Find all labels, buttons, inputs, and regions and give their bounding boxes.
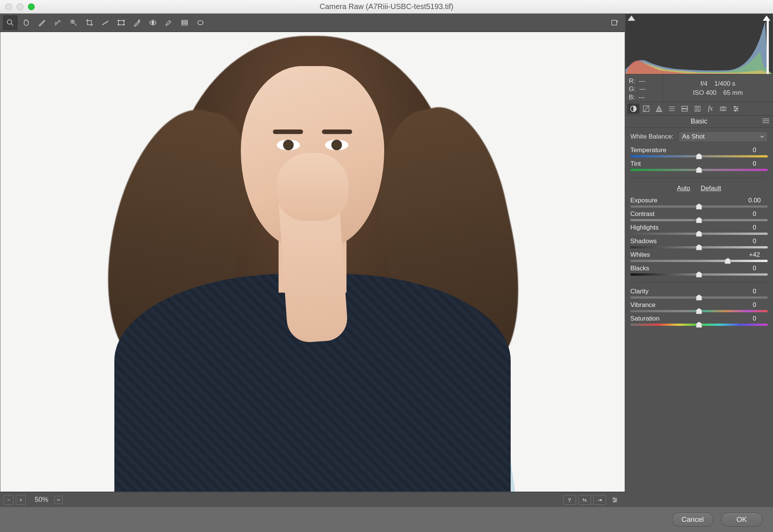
panel-title: Basic [691, 117, 707, 125]
minimize-window-button[interactable] [17, 3, 23, 10]
exposure-value[interactable]: 0.00 [741, 197, 768, 204]
maximize-thumbnails-button[interactable]: + [16, 495, 26, 505]
contrast-slider[interactable]: Contrast0 [630, 210, 768, 221]
close-window-button[interactable] [5, 3, 12, 10]
saturation-slider[interactable]: Saturation0 [630, 315, 768, 326]
shadows-slider[interactable]: Shadows0 [630, 237, 768, 248]
zoom-dropdown[interactable] [54, 496, 63, 504]
spot-removal-tool[interactable] [130, 15, 144, 30]
tab-tone-curve[interactable] [640, 103, 652, 114]
b-value: --- [639, 94, 645, 101]
contrast-value[interactable]: 0 [741, 210, 768, 218]
highlights-value[interactable]: 0 [741, 224, 768, 231]
tint-thumb[interactable] [696, 167, 702, 173]
adjustment-brush-tool[interactable] [162, 15, 176, 30]
temperature-value[interactable]: 0 [741, 146, 768, 154]
preview-column: − + 50% Y ⇆ ⇥ [0, 14, 625, 507]
vibrance-value[interactable]: 0 [741, 301, 768, 309]
basic-panel: White Balance: As Shot Temperature0 Tint… [625, 128, 773, 507]
color-sampler-tool[interactable] [51, 15, 65, 30]
exposure-slider[interactable]: Exposure0.00 [630, 197, 768, 208]
whites-value[interactable]: +42 [741, 251, 768, 259]
highlights-slider[interactable]: Highlights0 [630, 224, 768, 235]
radial-filter-tool[interactable] [193, 15, 208, 30]
svg-rect-33 [695, 106, 697, 111]
temperature-thumb[interactable] [696, 153, 702, 159]
tab-basic[interactable] [627, 103, 639, 114]
exposure-label: Exposure [630, 197, 658, 204]
whites-thumb[interactable] [725, 258, 731, 264]
exif-meta: f/41/400 s ISO 40065 mm [663, 75, 773, 102]
crop-tool[interactable] [82, 15, 97, 30]
shadows-value[interactable]: 0 [741, 237, 768, 245]
svg-rect-25 [767, 19, 769, 74]
rgb-readout: R: --- G: --- B: --- [625, 75, 663, 102]
svg-point-0 [7, 20, 12, 24]
svg-point-40 [734, 106, 735, 107]
vibrance-thumb[interactable] [696, 308, 702, 314]
ok-button[interactable]: OK [721, 512, 762, 527]
auto-button[interactable]: Auto [677, 185, 690, 192]
vibrance-slider[interactable]: Vibrance0 [630, 301, 768, 312]
blacks-slider[interactable]: Blacks0 [630, 265, 768, 276]
tint-slider[interactable]: Tint0 [630, 160, 768, 171]
preview-mode-swap-button[interactable]: ⇆ [578, 495, 591, 505]
g-label: G: [629, 85, 636, 93]
exposure-thumb[interactable] [696, 204, 702, 210]
panel-menu-button[interactable] [762, 119, 769, 123]
focal-length-value: 65 mm [723, 89, 743, 97]
svg-point-22 [613, 497, 614, 498]
shutter-value: 1/400 s [714, 80, 736, 88]
white-balance-dropdown[interactable]: As Shot [679, 131, 768, 142]
hand-tool[interactable] [19, 15, 33, 30]
red-eye-tool[interactable] [146, 15, 160, 30]
tab-calibration[interactable] [717, 103, 729, 114]
aperture-value: f/4 [701, 80, 708, 88]
tab-split-toning[interactable] [679, 103, 691, 114]
highlights-thumb[interactable] [696, 231, 702, 237]
whites-label: Whites [630, 251, 650, 259]
white-balance-tool[interactable] [35, 15, 49, 30]
contrast-thumb[interactable] [696, 217, 702, 223]
clarity-thumb[interactable] [696, 295, 702, 301]
preview-preferences-button[interactable] [608, 495, 621, 505]
svg-line-1 [11, 23, 14, 26]
tab-lens-corrections[interactable] [691, 103, 704, 114]
zoom-tool[interactable] [3, 15, 17, 30]
tint-value[interactable]: 0 [741, 160, 768, 168]
g-value: --- [639, 85, 645, 93]
cancel-button[interactable]: Cancel [672, 512, 713, 527]
r-label: R: [629, 77, 635, 85]
straighten-tool[interactable] [98, 15, 112, 30]
preview-mode-copy-button[interactable]: ⇥ [593, 495, 606, 505]
preferences-button[interactable] [608, 15, 622, 30]
histogram[interactable] [625, 14, 773, 74]
svg-point-42 [735, 110, 736, 111]
blacks-value[interactable]: 0 [741, 265, 768, 272]
tab-detail[interactable] [653, 103, 665, 114]
transform-tool[interactable] [114, 15, 128, 30]
clarity-value[interactable]: 0 [741, 288, 768, 295]
blacks-thumb[interactable] [696, 271, 702, 278]
svg-point-3 [72, 21, 73, 22]
graduated-filter-tool[interactable] [177, 15, 192, 30]
minimize-thumbnails-button[interactable]: − [4, 495, 14, 505]
preview-mode-cycle-button[interactable]: Y [563, 495, 576, 505]
iso-value: ISO 400 [693, 89, 716, 97]
r-value: --- [639, 77, 645, 85]
shadows-thumb[interactable] [696, 244, 702, 250]
saturation-value[interactable]: 0 [741, 315, 768, 322]
tool-toolbar [0, 14, 625, 32]
tab-effects[interactable]: fx [704, 103, 716, 114]
targeted-adjustment-tool[interactable] [66, 15, 81, 30]
default-button[interactable]: Default [701, 185, 721, 192]
saturation-thumb[interactable] [696, 322, 702, 328]
tab-presets[interactable] [730, 103, 742, 114]
zoom-window-button[interactable] [28, 3, 35, 10]
svg-point-41 [736, 108, 738, 109]
clarity-slider[interactable]: Clarity0 [630, 288, 768, 299]
tab-hsl[interactable] [666, 103, 678, 114]
whites-slider[interactable]: Whites+42 [630, 251, 768, 262]
temperature-slider[interactable]: Temperature0 [630, 146, 768, 157]
image-preview[interactable] [0, 32, 625, 492]
